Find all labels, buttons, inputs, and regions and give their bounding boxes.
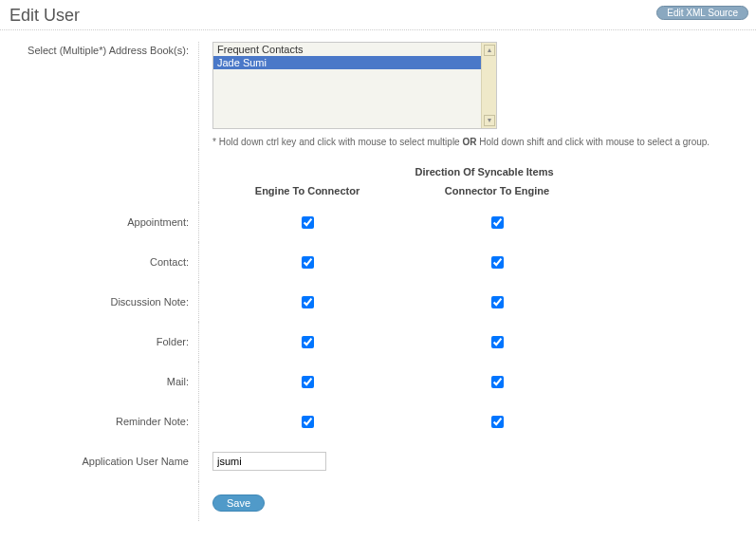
column-engine-to-connector: Engine To Connector bbox=[212, 185, 402, 196]
connector-to-engine-checkbox[interactable] bbox=[491, 256, 504, 269]
sync-row-label: Appointment: bbox=[0, 202, 199, 242]
page-title: Edit User bbox=[9, 6, 747, 26]
application-user-name-input[interactable] bbox=[212, 452, 326, 471]
connector-to-engine-checkbox[interactable] bbox=[491, 296, 504, 308]
sync-row-label: Mail: bbox=[0, 362, 199, 401]
column-connector-to-engine: Connector To Engine bbox=[402, 185, 592, 196]
scroll-up-icon[interactable]: ▴ bbox=[484, 45, 495, 56]
engine-to-connector-checkbox[interactable] bbox=[302, 416, 314, 428]
connector-to-engine-checkbox[interactable] bbox=[491, 336, 504, 348]
engine-to-connector-checkbox[interactable] bbox=[302, 376, 314, 388]
address-book-option[interactable]: Jade Sumi bbox=[213, 56, 481, 69]
engine-to-connector-checkbox[interactable] bbox=[302, 216, 314, 229]
scroll-down-icon[interactable]: ▾ bbox=[484, 115, 495, 126]
engine-to-connector-checkbox[interactable] bbox=[302, 296, 314, 308]
address-book-option[interactable]: Frequent Contacts bbox=[213, 43, 481, 56]
listbox-scrollbar[interactable]: ▴ ▾ bbox=[481, 43, 496, 128]
engine-to-connector-checkbox[interactable] bbox=[302, 336, 314, 348]
connector-to-engine-checkbox[interactable] bbox=[491, 416, 504, 428]
sync-row-label: Discussion Note: bbox=[0, 282, 199, 322]
multiselect-hint: * Hold down ctrl key and click with mous… bbox=[212, 135, 729, 149]
sync-row-label: Reminder Note: bbox=[0, 401, 199, 441]
connector-to-engine-checkbox[interactable] bbox=[491, 376, 504, 388]
connector-to-engine-checkbox[interactable] bbox=[491, 216, 504, 229]
sync-row-label: Contact: bbox=[0, 242, 199, 282]
syncable-direction-title: Direction Of Syncable Items bbox=[212, 166, 756, 177]
engine-to-connector-checkbox[interactable] bbox=[302, 256, 314, 269]
sync-row-label: Folder: bbox=[0, 322, 199, 362]
save-button[interactable]: Save bbox=[212, 494, 265, 512]
address-books-listbox[interactable]: Frequent ContactsJade Sumi ▴ ▾ bbox=[212, 42, 497, 129]
edit-xml-source-button[interactable]: Edit XML Source bbox=[656, 6, 748, 20]
application-user-name-label: Application User Name bbox=[0, 441, 199, 481]
address-books-label: Select (Multiple*) Address Book(s): bbox=[0, 42, 199, 149]
